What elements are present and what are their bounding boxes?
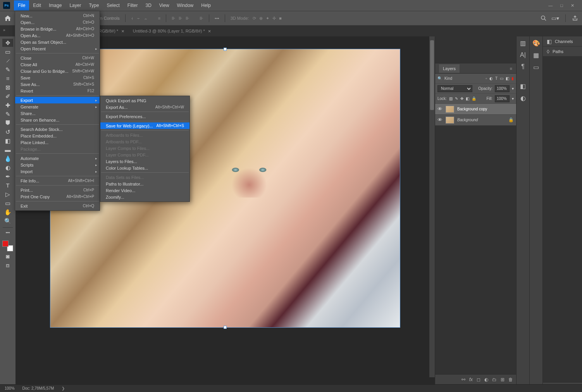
menu-item[interactable]: Export As...Alt+Shift+Ctrl+W xyxy=(100,104,189,110)
eraser-tool[interactable]: ◧ xyxy=(2,137,13,145)
menu-item[interactable]: Close and Go to Bridge...Shift+Ctrl+W xyxy=(15,68,100,74)
trash-icon[interactable]: 🗑 xyxy=(508,377,513,382)
visibility-icon[interactable]: 👁 xyxy=(437,106,443,112)
menu-item[interactable]: Scripts xyxy=(15,162,100,168)
filter-icon[interactable]: T xyxy=(495,76,498,81)
marquee-tool[interactable]: ▭ xyxy=(2,48,13,56)
document-tab[interactable]: Untitled-3 @ 80% (Layer 1, RGB/8#) *× xyxy=(129,26,215,36)
layer-row[interactable]: 👁Background🔒 xyxy=(435,115,516,126)
opacity-input[interactable] xyxy=(495,85,510,92)
workspace-icon[interactable]: ▭▾ xyxy=(551,15,559,21)
dodge-tool[interactable]: ◐ xyxy=(2,163,13,172)
fill-input[interactable] xyxy=(495,95,510,102)
menu-item[interactable]: Zoomify... xyxy=(100,194,189,200)
shape-tool[interactable]: ▭ xyxy=(2,199,13,207)
vertical-scrollbar[interactable] xyxy=(429,36,435,377)
menu-item[interactable]: Open as Smart Object... xyxy=(15,39,100,45)
distribute-icon[interactable]: ⊪ xyxy=(186,16,189,21)
lock-icon[interactable]: 🔒 xyxy=(472,96,476,101)
search-icon[interactable] xyxy=(541,15,547,21)
more-icon[interactable]: ••• xyxy=(215,16,219,21)
stamp-tool[interactable]: ⛊ xyxy=(2,119,13,127)
paragraph-icon[interactable]: ¶ xyxy=(521,63,525,70)
menu-item[interactable]: Browse in Bridge...Alt+Ctrl+O xyxy=(15,26,100,32)
color-icon[interactable]: 🎨 xyxy=(532,40,540,47)
menu-item[interactable]: Search Adobe Stock... xyxy=(15,126,100,132)
tabbar-expand-icon[interactable]: » xyxy=(3,28,5,32)
lock-icon[interactable]: ▧ xyxy=(449,96,453,101)
lock-icon[interactable]: ✎ xyxy=(455,96,458,101)
menu-window[interactable]: Window xyxy=(173,0,198,10)
path-tool[interactable]: ▷ xyxy=(2,190,13,198)
menu-help[interactable]: Help xyxy=(197,0,215,10)
fx-icon[interactable]: fx xyxy=(469,377,473,382)
panel-menu-icon[interactable]: ≡ xyxy=(510,66,512,71)
menu-item[interactable]: File Info...Alt+Shift+Ctrl+I xyxy=(15,177,100,184)
menu-item[interactable]: Print...Ctrl+P xyxy=(15,187,100,193)
menu-item[interactable]: Open As...Alt+Shift+Ctrl+O xyxy=(15,32,100,39)
styles-icon[interactable]: ◐ xyxy=(520,95,526,102)
menu-item[interactable]: Share... xyxy=(15,110,100,117)
3d-icon[interactable]: ⊕ xyxy=(259,16,263,21)
zoom-tool[interactable]: 🔍 xyxy=(2,217,13,225)
libraries-icon[interactable]: ▭ xyxy=(533,64,539,71)
layers-panel-tab[interactable]: Layers ≡ xyxy=(435,64,516,74)
menu-item[interactable]: SaveCtrl+S xyxy=(15,74,100,81)
brush-tool[interactable]: ✎ xyxy=(2,110,13,118)
menu-select[interactable]: Select xyxy=(103,0,123,10)
menu-item[interactable]: Share on Behance... xyxy=(15,117,100,123)
close-tab-icon[interactable]: × xyxy=(208,28,211,34)
blend-mode-select[interactable]: Normal xyxy=(437,85,472,92)
distribute-icon[interactable]: ⊪ xyxy=(179,16,183,21)
3d-icon[interactable]: ✦ xyxy=(266,16,269,21)
align-icon[interactable]: ⫟ xyxy=(136,16,141,21)
share-icon[interactable] xyxy=(572,15,578,21)
type-tool[interactable]: T xyxy=(2,181,13,189)
mask-icon[interactable]: ◻ xyxy=(477,377,480,382)
menu-view[interactable]: View xyxy=(155,0,173,10)
menu-item[interactable]: Layers to Files... xyxy=(100,158,189,165)
menu-item[interactable]: Open Recent xyxy=(15,45,100,52)
transform-handle[interactable] xyxy=(224,326,227,329)
type-icon[interactable]: A| xyxy=(520,52,526,58)
blur-tool[interactable]: 💧 xyxy=(2,155,13,163)
menu-item[interactable]: Print One CopyAlt+Shift+Ctrl+P xyxy=(15,193,100,200)
menu-3d[interactable]: 3D xyxy=(141,0,155,10)
new-layer-icon[interactable]: ⊞ xyxy=(501,377,505,382)
menu-item[interactable]: Place Linked... xyxy=(15,139,100,146)
move-tool[interactable]: ✥ xyxy=(2,39,13,47)
align-icon[interactable]: ⫞ xyxy=(131,16,133,21)
align-icon[interactable]: ⫠ xyxy=(144,16,148,21)
menu-item[interactable]: New...Ctrl+N xyxy=(15,12,100,19)
paths-tab[interactable]: ◊ Paths xyxy=(543,46,582,57)
channels-tab[interactable]: ◧ Channels xyxy=(543,36,582,46)
quickmask-tool[interactable]: ◙ xyxy=(2,252,13,260)
layer-thumbnail[interactable] xyxy=(446,117,454,124)
layer-row[interactable]: 👁Background copy xyxy=(435,104,516,115)
layer-thumbnail[interactable] xyxy=(446,106,454,113)
visibility-icon[interactable]: 👁 xyxy=(437,117,443,123)
eyedropper-tool[interactable]: ✐ xyxy=(2,92,13,100)
maximize-icon[interactable]: □ xyxy=(560,3,563,8)
filter-icon[interactable]: ▭ xyxy=(500,76,503,81)
menu-item[interactable]: Quick Export as PNG xyxy=(100,97,189,104)
menu-item[interactable]: Export Preferences... xyxy=(100,113,189,120)
distribute-icon[interactable]: ⊪ xyxy=(172,16,176,21)
filter-icon[interactable]: ▫ xyxy=(486,76,487,81)
distribute-icon[interactable]: ⊪ xyxy=(200,16,203,21)
fg-color-swatch[interactable] xyxy=(2,241,9,247)
home-icon[interactable] xyxy=(4,14,12,22)
menu-item[interactable]: ExitCtrl+Q xyxy=(15,203,100,209)
menu-item[interactable]: Paths to Illustrator... xyxy=(100,181,189,187)
menu-image[interactable]: Image xyxy=(45,0,65,10)
lock-icon[interactable]: ◧ xyxy=(466,96,469,101)
menu-item[interactable]: Place Embedded... xyxy=(15,132,100,139)
menu-file[interactable]: File xyxy=(14,0,29,10)
menu-item[interactable]: Save As...Shift+Ctrl+S xyxy=(15,81,100,88)
minimize-icon[interactable]: — xyxy=(548,3,553,8)
menu-item[interactable]: Generate xyxy=(15,103,100,110)
filter-icon[interactable]: ◐ xyxy=(489,76,493,81)
quick-select-tool[interactable]: ✎ xyxy=(2,65,13,74)
menu-item[interactable]: Open...Ctrl+O xyxy=(15,19,100,26)
swatches-icon[interactable]: ▦ xyxy=(533,52,539,59)
